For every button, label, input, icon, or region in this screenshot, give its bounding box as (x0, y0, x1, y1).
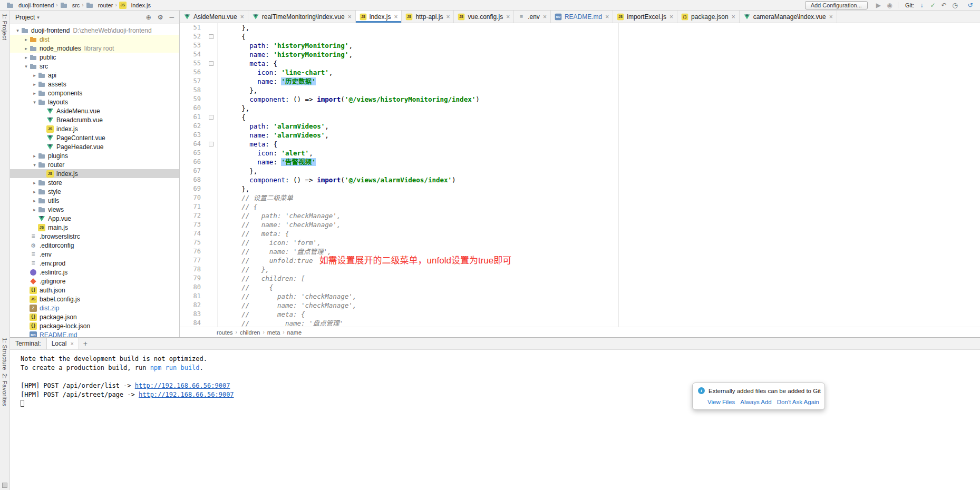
terminal-tab-local[interactable]: Local × (46, 338, 79, 349)
view-files-link[interactable]: View Files (707, 399, 735, 405)
line-number[interactable]: 69 (180, 184, 206, 193)
breadcrumb-item[interactable]: meta (267, 329, 280, 336)
code-text[interactable]: // { (218, 283, 980, 292)
project-view-dropdown[interactable]: Project ▾ (15, 14, 40, 21)
git-history-icon[interactable]: ◷ (949, 1, 960, 9)
breadcrumb-item[interactable]: duoji-frontend (6, 2, 54, 9)
close-icon[interactable]: × (70, 340, 73, 347)
tree-item[interactable]: .browserslistrc (10, 232, 179, 241)
tree-item[interactable]: ▸node_moduleslibrary root (10, 44, 179, 53)
code-text[interactable]: { (218, 32, 980, 41)
close-icon[interactable]: × (829, 13, 833, 21)
line-number[interactable]: 73 (180, 220, 206, 229)
toolwindow-favorites-button[interactable]: 2: Favorites (2, 374, 8, 406)
tree-item[interactable]: .env (10, 250, 179, 259)
code-text[interactable]: }, (218, 86, 980, 95)
line-number[interactable]: 52 (180, 32, 206, 41)
code-text[interactable]: name: '告警视频' (218, 158, 980, 166)
close-icon[interactable]: × (669, 13, 673, 21)
always-add-link[interactable]: Always Add (740, 399, 771, 405)
line-number[interactable]: 72 (180, 211, 206, 220)
chevron-right-icon[interactable]: ▸ (31, 82, 38, 87)
line-number[interactable]: 65 (180, 149, 206, 158)
code-text[interactable]: path: 'alarmVideos', (218, 122, 980, 131)
code-text[interactable]: // unfold:true如需设置展开的二级菜单，unfold设置为true即… (218, 256, 980, 265)
tree-item[interactable]: babel.config.js (10, 295, 179, 303)
tree-item[interactable]: ▾router (10, 160, 179, 169)
breadcrumb-item[interactable]: name (287, 329, 302, 336)
code-text[interactable]: icon: 'alert', (218, 149, 980, 158)
dont-ask-again-link[interactable]: Don't Ask Again (777, 399, 819, 405)
code-text[interactable]: // name: '盘点管理', (218, 247, 980, 256)
git-update-icon[interactable]: ↓ (916, 1, 927, 9)
git-rollback-icon[interactable]: ↶ (938, 1, 949, 9)
code-text[interactable]: }, (218, 166, 980, 175)
chevron-right-icon[interactable]: ▸ (31, 73, 38, 78)
tree-item[interactable]: index.js (10, 124, 179, 133)
code-text[interactable]: }, (218, 23, 980, 32)
code-text[interactable]: icon: 'line-chart', (218, 68, 980, 77)
breadcrumb-item[interactable]: index.js (119, 2, 151, 9)
editor-tab[interactable]: realTimeMonitoring\index.vue× (248, 11, 356, 23)
tree-item[interactable]: dist.zip (10, 303, 179, 312)
code-text[interactable]: // name: '盘点管理' (218, 319, 980, 327)
line-number[interactable]: 59 (180, 95, 206, 104)
line-number[interactable]: 78 (180, 265, 206, 274)
code-text[interactable]: // path: 'checkManage', (218, 211, 980, 220)
tree-item[interactable]: ▸plugins (10, 151, 179, 160)
line-number[interactable]: 67 (180, 166, 206, 175)
tree-item[interactable]: ▾layouts (10, 97, 179, 106)
line-number[interactable]: 53 (180, 41, 206, 50)
tree-item[interactable]: ▸public (10, 53, 179, 62)
editor-tab[interactable]: cameraManage\index.vue× (740, 11, 837, 23)
code-text[interactable]: path: 'historyMonitoring', (218, 41, 980, 50)
line-number[interactable]: 54 (180, 50, 206, 59)
chevron-down-icon[interactable]: ▾ (31, 162, 38, 168)
line-number[interactable]: 63 (180, 131, 206, 140)
toolwindow-switcher-icon[interactable] (2, 483, 7, 488)
chevron-down-icon[interactable]: ▾ (31, 100, 38, 105)
close-icon[interactable]: × (446, 13, 450, 21)
fold-icon[interactable] (209, 142, 214, 146)
chevron-right-icon[interactable]: ▸ (23, 46, 30, 51)
chevron-right-icon[interactable]: ▸ (31, 91, 38, 96)
fold-icon[interactable] (209, 61, 214, 66)
line-number[interactable]: 79 (180, 274, 206, 283)
code-text[interactable]: // name: 'checkManage', (218, 301, 980, 310)
fold-icon[interactable] (209, 34, 214, 39)
line-number[interactable]: 70 (180, 193, 206, 202)
sync-icon[interactable]: ↺ (965, 1, 976, 9)
close-icon[interactable]: × (394, 13, 397, 21)
tree-item[interactable]: ▾src (10, 62, 179, 71)
code-text[interactable]: // children: [ (218, 274, 980, 283)
chevron-right-icon[interactable]: ▸ (31, 180, 38, 185)
tree-item[interactable]: ▸api (10, 71, 179, 80)
line-number[interactable]: 82 (180, 301, 206, 310)
new-terminal-icon[interactable]: + (79, 339, 92, 348)
breadcrumb-item[interactable]: children (240, 329, 260, 336)
line-number[interactable]: 61 (180, 113, 206, 122)
editor-tab[interactable]: importExcel.js× (613, 11, 677, 23)
tree-item[interactable]: ▸dist (10, 35, 179, 44)
line-number[interactable]: 80 (180, 283, 206, 292)
tree-item[interactable]: .env.prod (10, 259, 179, 268)
chevron-right-icon[interactable]: ▸ (31, 153, 38, 159)
tree-item[interactable]: ▸store (10, 178, 179, 187)
breadcrumb-item[interactable]: routes (217, 329, 233, 336)
locate-file-icon[interactable]: ⊕ (146, 14, 151, 21)
code-text[interactable]: name: 'alarmVideos', (218, 131, 980, 140)
editor-tab[interactable]: http-api.js× (402, 11, 454, 23)
code-text[interactable]: meta: { (218, 140, 980, 149)
line-number[interactable]: 60 (180, 104, 206, 113)
line-number[interactable]: 56 (180, 68, 206, 77)
editor-tab[interactable]: AsideMenu.vue× (180, 11, 248, 23)
code-text[interactable]: name: '历史数据' (218, 77, 980, 86)
tree-item[interactable]: .editorconfig (10, 241, 179, 250)
editor-tab[interactable]: index.js× (356, 11, 402, 23)
tree-item[interactable]: main.js (10, 223, 179, 232)
tree-item[interactable]: Breadcrumb.vue (10, 115, 179, 124)
tree-item[interactable]: ▸assets (10, 80, 179, 89)
tree-item[interactable]: PageContent.vue (10, 133, 179, 142)
terminal-link[interactable]: http://192.168.66.56:9007 (135, 382, 230, 389)
tree-item[interactable]: README.md (10, 330, 179, 337)
